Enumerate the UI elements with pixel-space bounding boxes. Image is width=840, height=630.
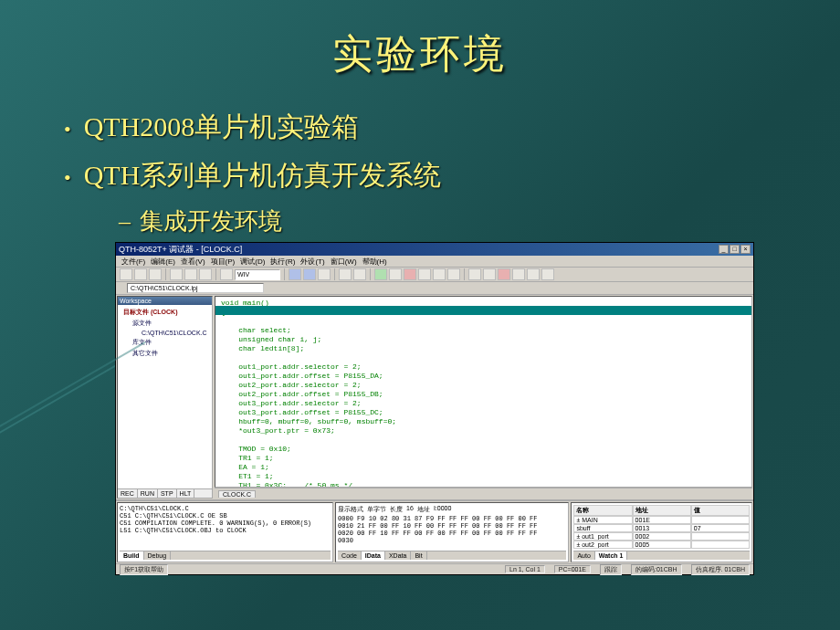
- save-icon[interactable]: [149, 268, 162, 280]
- ide-toolbar: WIV: [116, 268, 753, 282]
- tree-node-lib[interactable]: 库文件: [120, 337, 210, 348]
- stop-icon[interactable]: [404, 268, 416, 280]
- mem-addr-value[interactable]: I:0000: [434, 505, 451, 514]
- separator: [464, 268, 465, 280]
- copy-icon[interactable]: [184, 268, 197, 280]
- status-pc: PC=001E: [554, 565, 591, 573]
- watch-panel[interactable]: 名称 地址 值 ± MAIN 001E sbuff 0013 07 ± out1…: [571, 502, 752, 562]
- tool-icon[interactable]: [483, 268, 496, 280]
- tree-root[interactable]: 目标文件 (CLOCK): [120, 307, 210, 318]
- watch-row[interactable]: sbuff 0013 07: [573, 524, 750, 532]
- cut-icon[interactable]: [170, 268, 183, 280]
- record-icon[interactable]: [498, 268, 510, 280]
- tree-title: Workspace: [118, 297, 212, 305]
- output-tabs: Build Debug: [120, 551, 331, 560]
- mem-mode-value[interactable]: 单字节: [367, 505, 386, 514]
- mem-addr-label: 地址: [417, 505, 430, 514]
- breakpoint-icon[interactable]: [353, 268, 366, 280]
- tree-toolbar: REC RUN STP HLT: [118, 488, 212, 498]
- paste-icon[interactable]: [199, 268, 212, 280]
- menu-debug[interactable]: 调试(D): [240, 257, 265, 267]
- config-combo[interactable]: WIV: [235, 269, 280, 280]
- build-icon[interactable]: [289, 268, 301, 280]
- rebuild-icon[interactable]: [303, 268, 316, 280]
- reset-icon[interactable]: [468, 268, 481, 280]
- menu-window[interactable]: 窗口(W): [331, 257, 357, 267]
- watch-row[interactable]: ± MAIN 001E: [573, 516, 750, 524]
- tab-xdata[interactable]: XData: [385, 551, 411, 560]
- pause-icon[interactable]: [389, 268, 402, 280]
- tree-tab-hlt[interactable]: HLT: [177, 489, 195, 498]
- code-editor[interactable]: void main() { PTR_51 out1_port, out2_por…: [215, 296, 752, 488]
- compile-icon[interactable]: [318, 268, 331, 280]
- print-icon[interactable]: [220, 268, 233, 280]
- menu-peripheral[interactable]: 外设(T): [300, 257, 324, 267]
- tab-clock-c[interactable]: CLOCK.C: [218, 490, 256, 498]
- watch-row[interactable]: ± out2_port 0005: [573, 541, 750, 549]
- watch-cell: 001E: [633, 516, 691, 524]
- step-over-icon[interactable]: [433, 268, 446, 280]
- sub-bullet-text: 集成开发环境: [140, 205, 282, 237]
- ide-menubar[interactable]: 文件(F) 编辑(E) 查看(V) 项目(P) 调试(D) 执行(R) 外设(T…: [116, 256, 753, 268]
- ide-titlebar[interactable]: QTH-8052T+ 调试器 - [CLOCK.C] _ □ ×: [116, 243, 753, 256]
- status-ready: 按F1获取帮助: [120, 564, 168, 575]
- sub-bullet: – 集成开发环境: [119, 205, 840, 237]
- watch-cell: 0005: [633, 541, 691, 549]
- project-tree-panel[interactable]: Workspace 目标文件 (CLOCK) 源文件 C:\QTH\C51\CL…: [117, 296, 213, 499]
- ide-title-text: QTH-8052T+ 调试器 - [CLOCK.C]: [119, 244, 242, 256]
- watch-row[interactable]: ± out1_port 0002: [573, 532, 750, 541]
- output-panel[interactable]: C:\QTH\C51\CLOCK.C C51 C:\QTH\C51\CLOCK.…: [117, 502, 333, 562]
- menu-execute[interactable]: 执行(R): [270, 257, 295, 267]
- slide-title: 实验环境: [0, 0, 840, 81]
- tree-tab-run[interactable]: RUN: [138, 489, 158, 498]
- step-out-icon[interactable]: [447, 268, 460, 280]
- tab-debug[interactable]: Debug: [144, 551, 172, 560]
- tree-tab-rec[interactable]: REC: [118, 489, 138, 498]
- editor-tabs: CLOCK.C: [215, 488, 752, 499]
- menu-file[interactable]: 文件(F): [121, 257, 145, 267]
- ide-window: QTH-8052T+ 调试器 - [CLOCK.C] _ □ × 文件(F) 编…: [115, 242, 754, 575]
- mem-len-value[interactable]: 16: [406, 505, 414, 514]
- new-file-icon[interactable]: [120, 268, 132, 280]
- tab-code[interactable]: Code: [338, 551, 362, 560]
- run-icon[interactable]: [374, 268, 387, 280]
- help-icon[interactable]: [541, 268, 554, 280]
- memory-panel[interactable]: 显示格式 单字节 长度 16 地址 I:0000 0000 F9 10 02 8…: [335, 502, 569, 562]
- watch-table: 名称 地址 值 ± MAIN 001E sbuff 0013 07 ± out1…: [573, 505, 750, 549]
- watch-cell: 0002: [633, 532, 691, 541]
- maximize-button[interactable]: □: [730, 245, 740, 254]
- minimize-button[interactable]: _: [719, 245, 729, 254]
- watch-cell: sbuff: [573, 524, 632, 532]
- menu-view[interactable]: 查看(V): [181, 257, 205, 267]
- watch-cell: 07: [691, 524, 750, 532]
- watch-header-addr[interactable]: 地址: [633, 505, 691, 516]
- bullet-dot: •: [64, 166, 71, 190]
- menu-edit[interactable]: 编辑(E): [151, 257, 175, 267]
- watch-header-name[interactable]: 名称: [573, 505, 632, 516]
- bullet-2-text: QTH系列单片机仿真开发系统: [84, 157, 442, 194]
- close-button[interactable]: ×: [740, 245, 751, 254]
- code-editor-wrap: void main() { PTR_51 out1_port, out2_por…: [215, 296, 752, 499]
- menu-project[interactable]: 项目(P): [211, 257, 236, 267]
- tab-idata[interactable]: IData: [362, 551, 385, 560]
- tree-node-source[interactable]: 源文件: [120, 318, 210, 329]
- menu-help[interactable]: 帮助(H): [362, 257, 387, 267]
- tab-bit[interactable]: Bit: [411, 551, 426, 560]
- scope-icon[interactable]: [527, 268, 540, 280]
- project-path-input[interactable]: C:\QTH\C51\CLOCK.lpj: [127, 283, 264, 293]
- open-file-icon[interactable]: [134, 268, 147, 280]
- tab-watch1[interactable]: Watch 1: [595, 551, 628, 560]
- tree-node-clock[interactable]: C:\QTH\C51\CLOCK.C: [120, 329, 210, 337]
- watch-header-val[interactable]: 值: [691, 505, 750, 516]
- tree-tab-stp[interactable]: STP: [158, 489, 177, 498]
- step-into-icon[interactable]: [418, 268, 431, 280]
- bullet-list: • QTH2008单片机实验箱 • QTH系列单片机仿真开发系统 – 集成开发环…: [0, 81, 840, 237]
- analyze-icon[interactable]: [512, 268, 525, 280]
- tree-node-other[interactable]: 其它文件: [120, 348, 210, 359]
- tab-auto[interactable]: Auto: [573, 551, 594, 560]
- separator: [284, 268, 285, 280]
- debug-icon[interactable]: [339, 268, 352, 280]
- mem-mode-label: 显示格式: [338, 505, 363, 514]
- tab-build[interactable]: Build: [120, 551, 144, 560]
- output-line: C51 COMPILATION COMPLETE. 0 WARNING(S), …: [120, 520, 331, 527]
